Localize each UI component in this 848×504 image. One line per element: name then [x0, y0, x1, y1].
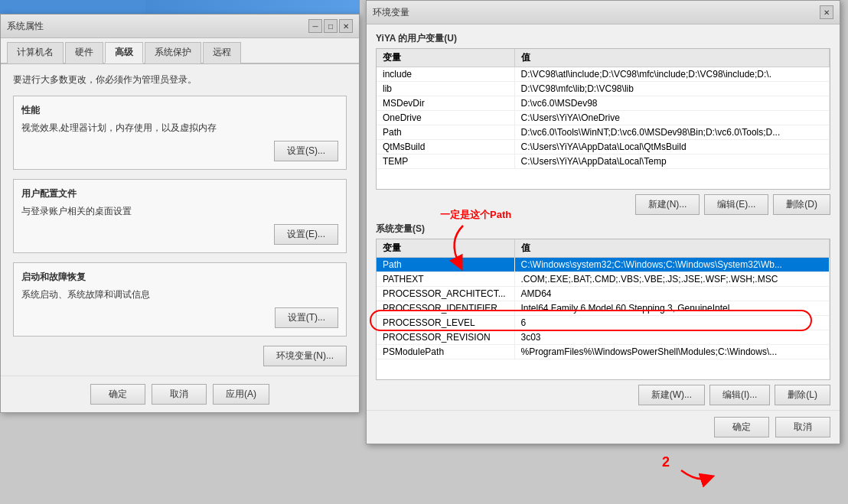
profile-title: 用户配置文件 [21, 187, 338, 200]
user-vars-table-container[interactable]: 变量 值 includeD:\VC98\atl\include;D:\VC98\… [376, 48, 830, 190]
annotation-arrow-2: 2 [658, 451, 735, 504]
user-var-value: C:\Users\YiYA\AppData\Local\Temp [514, 154, 830, 169]
env-dialog-titlebar: 环境变量 ✕ [367, 1, 840, 24]
titlebar-controls: ─ □ ✕ [308, 19, 353, 33]
user-var-name: OneDrive [377, 111, 514, 125]
performance-settings-button[interactable]: 设置(S)... [274, 141, 338, 161]
sys-var-value: Intel64 Family 6 Model 60 Stepping 3, Ge… [514, 301, 830, 316]
sys-ok-button[interactable]: 确定 [90, 384, 145, 405]
sys-col-name: 变量 [377, 239, 514, 258]
user-var-value: C:\Users\YiYA\OneDrive [514, 111, 830, 125]
user-vars-buttons: 新建(N)... 编辑(E)... 删除(D) [376, 194, 830, 215]
sys-vars-table: 变量 值 PathC:\Windows\system32;C:\Windows;… [377, 239, 830, 359]
user-var-row[interactable]: libD:\VC98\mfc\lib;D:\VC98\lib [377, 82, 830, 96]
env-dialog-title: 环境变量 [373, 6, 409, 19]
startup-settings-button[interactable]: 设置(T)... [275, 307, 338, 328]
sys-var-row[interactable]: PROCESSOR_IDENTIFIERIntel64 Family 6 Mod… [377, 301, 830, 316]
sys-var-name: PATHEXT [377, 272, 514, 287]
sys-delete-button[interactable]: 删除(L) [775, 385, 830, 405]
sys-var-row[interactable]: PROCESSOR_ARCHITECT...AMD64 [377, 287, 830, 301]
performance-desc: 视觉效果,处理器计划，内存使用，以及虚拟内存 [21, 122, 338, 135]
sys-var-value: C:\Windows\system32;C:\Windows;C:\Window… [514, 258, 830, 272]
tab-hardware[interactable]: 硬件 [65, 42, 103, 63]
env-variables-button[interactable]: 环境变量(N)... [263, 346, 347, 366]
sys-vars-table-container[interactable]: 变量 值 PathC:\Windows\system32;C:\Windows;… [376, 239, 830, 380]
sys-var-value: 6 [514, 316, 830, 330]
user-var-value: D:\vc6.0\Tools\WinNT;D:\vc6.0\MSDev98\Bi… [514, 125, 830, 140]
profile-group: 用户配置文件 与登录账户相关的桌面设置 设置(E)... [13, 179, 347, 253]
sys-var-value: %ProgramFiles%\WindowsPowerShell\Modules… [514, 345, 830, 359]
sys-cancel-button[interactable]: 取消 [152, 384, 207, 405]
user-var-name: MSDevDir [377, 96, 514, 111]
tab-advanced[interactable]: 高级 [105, 42, 143, 63]
env-ok-button[interactable]: 确定 [714, 417, 769, 437]
tab-system-protection[interactable]: 系统保护 [145, 42, 201, 63]
user-var-name: TEMP [377, 154, 514, 169]
sys-dialog-content: 要进行大多数更改，你必须作为管理员登录。 性能 视觉效果,处理器计划，内存使用，… [1, 64, 359, 376]
env-cancel-button[interactable]: 取消 [775, 417, 830, 437]
sys-vars-title: 系统变量(S) [376, 223, 830, 236]
tab-remote[interactable]: 远程 [203, 42, 241, 63]
sys-var-value: AMD64 [514, 287, 830, 301]
user-var-name: include [377, 67, 514, 82]
tab-computer-name[interactable]: 计算机名 [7, 42, 64, 63]
user-var-row[interactable]: OneDriveC:\Users\YiYA\OneDrive [377, 111, 830, 125]
user-delete-button[interactable]: 删除(D) [773, 194, 830, 215]
profile-settings-button[interactable]: 设置(E)... [274, 224, 338, 245]
sys-var-row[interactable]: PROCESSOR_REVISION3c03 [377, 330, 830, 345]
sys-edit-button[interactable]: 编辑(I)... [709, 385, 770, 405]
sys-var-name: PROCESSOR_ARCHITECT... [377, 287, 514, 301]
user-col-name: 变量 [377, 49, 514, 67]
user-var-row[interactable]: QtMsBuildC:\Users\YiYA\AppData\Local\QtM… [377, 140, 830, 154]
performance-title: 性能 [21, 104, 338, 117]
sys-var-name: PROCESSOR_LEVEL [377, 316, 514, 330]
sys-var-name: Path [377, 258, 514, 272]
sys-var-name: PROCESSOR_IDENTIFIER [377, 301, 514, 316]
env-close-button[interactable]: ✕ [820, 5, 833, 19]
sys-col-value: 值 [514, 239, 830, 258]
user-var-row[interactable]: MSDevDirD:\vc6.0\MSDev98 [377, 96, 830, 111]
user-new-button[interactable]: 新建(N)... [635, 194, 700, 215]
user-var-row[interactable]: includeD:\VC98\atl\include;D:\VC98\mfc\i… [377, 67, 830, 82]
minimize-button[interactable]: ─ [308, 19, 322, 33]
user-vars-title: YiYA 的用户变量(U) [376, 32, 830, 45]
sys-dialog-title: 系统属性 [7, 20, 44, 33]
sys-apply-button[interactable]: 应用(A) [213, 384, 269, 405]
user-var-name: Path [377, 125, 514, 140]
user-var-name: QtMsBuild [377, 140, 514, 154]
taskbar-item [0, 0, 145, 14]
env-titlebar-controls: ✕ [820, 5, 833, 19]
sys-var-row[interactable]: PathC:\Windows\system32;C:\Windows;C:\Wi… [377, 258, 830, 272]
sys-var-row[interactable]: PSModulePath%ProgramFiles%\WindowsPowerS… [377, 345, 830, 359]
tabs-bar: 计算机名 硬件 高级 系统保护 远程 [1, 38, 359, 64]
user-var-row[interactable]: TEMPC:\Users\YiYA\AppData\Local\Temp [377, 154, 830, 169]
user-var-value: D:\vc6.0\MSDev98 [514, 96, 830, 111]
user-var-value: C:\Users\YiYA\AppData\Local\QtMsBuild [514, 140, 830, 154]
sys-var-row[interactable]: PATHEXT.COM;.EXE;.BAT;.CMD;.VBS;.VBE;.JS… [377, 272, 830, 287]
sys-var-value: 3c03 [514, 330, 830, 345]
profile-desc: 与登录账户相关的桌面设置 [21, 205, 338, 218]
user-col-value: 值 [514, 49, 830, 67]
user-var-value: D:\VC98\mfc\lib;D:\VC98\lib [514, 82, 830, 96]
sys-var-name: PROCESSOR_REVISION [377, 330, 514, 345]
close-button[interactable]: ✕ [339, 19, 353, 33]
performance-group: 性能 视觉效果,处理器计划，内存使用，以及虚拟内存 设置(S)... [13, 96, 347, 170]
sys-var-value: .COM;.EXE;.BAT;.CMD;.VBS;.VBE;.JS;.JSE;.… [514, 272, 830, 287]
sys-dialog-footer: 确定 取消 应用(A) [1, 376, 359, 412]
startup-title: 启动和故障恢复 [21, 271, 338, 284]
sys-dialog-titlebar: 系统属性 ─ □ ✕ [1, 15, 359, 38]
sys-var-name: PSModulePath [377, 345, 514, 359]
sys-new-button[interactable]: 新建(W)... [638, 385, 705, 405]
sys-properties-dialog: 系统属性 ─ □ ✕ 计算机名 硬件 高级 系统保护 远程 要进行大多数更改，你… [0, 14, 360, 413]
user-var-name: lib [377, 82, 514, 96]
svg-text:2: 2 [662, 454, 670, 470]
user-vars-table: 变量 值 includeD:\VC98\atl\include;D:\VC98\… [377, 49, 830, 169]
user-edit-button[interactable]: 编辑(E)... [704, 194, 768, 215]
admin-desc: 要进行大多数更改，你必须作为管理员登录。 [13, 73, 347, 86]
startup-desc: 系统启动、系统故障和调试信息 [21, 288, 338, 301]
sys-var-row[interactable]: PROCESSOR_LEVEL6 [377, 316, 830, 330]
user-var-row[interactable]: PathD:\vc6.0\Tools\WinNT;D:\vc6.0\MSDev9… [377, 125, 830, 140]
sys-vars-buttons: 新建(W)... 编辑(I)... 删除(L) [376, 385, 830, 405]
user-var-value: D:\VC98\atl\include;D:\VC98\mfc\include;… [514, 67, 830, 82]
maximize-button[interactable]: □ [324, 19, 338, 33]
